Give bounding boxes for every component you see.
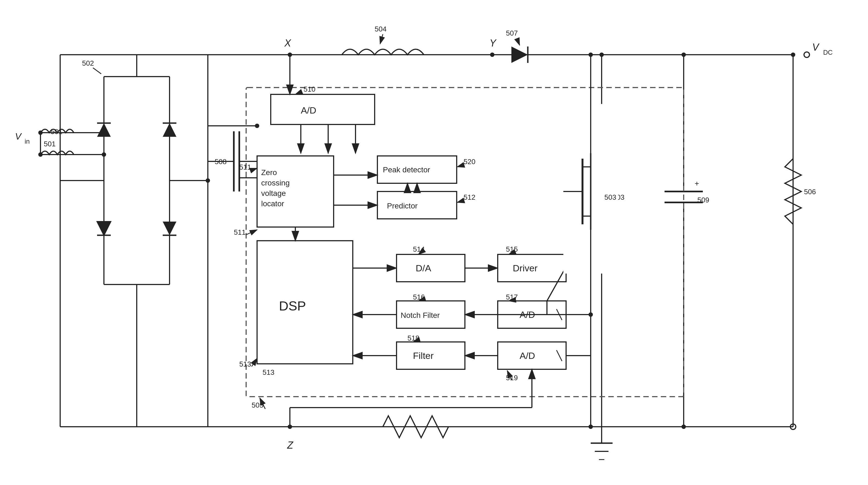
- ref-514: 514: [413, 245, 425, 253]
- svg-point-169: [589, 53, 593, 57]
- svg-text:in: in: [25, 138, 30, 145]
- ref-507: 507: [506, 29, 518, 37]
- ref-513: 513: [262, 368, 274, 376]
- driver-label: Driver: [513, 263, 538, 273]
- node-z-label: Z: [287, 439, 293, 451]
- svg-text:crossing: crossing: [261, 179, 289, 187]
- notch-filter-label: Notch Filter: [401, 311, 440, 320]
- svg-point-53: [102, 130, 106, 135]
- node-x-label: X: [284, 37, 291, 49]
- ref-513-label: 513: [239, 360, 251, 368]
- svg-text:+: +: [694, 179, 699, 188]
- ad-510-label: A/D: [301, 105, 316, 116]
- ref-501-callout: 501: [51, 127, 62, 136]
- predictor-label: Predictor: [387, 202, 417, 210]
- ref-504: 504: [375, 25, 386, 33]
- svg-rect-30: [82, 68, 191, 287]
- svg-text:voltage: voltage: [261, 189, 286, 198]
- ref-520: 520: [464, 157, 475, 166]
- zero-crossing-label: Zero: [261, 168, 277, 177]
- node-y-label: Y: [490, 37, 497, 49]
- ref-518: 518: [407, 334, 419, 342]
- ref-512: 512: [464, 193, 475, 201]
- vdc-label: V: [812, 41, 819, 53]
- svg-text:locator: locator: [261, 200, 284, 208]
- ref-510: 510: [304, 85, 315, 93]
- diagram-container: V in 501: [0, 0, 868, 485]
- ref-509: 509: [698, 196, 709, 204]
- ad-519-label: A/D: [520, 351, 535, 361]
- ref-511-label: 511: [234, 228, 246, 236]
- ref-503-clean: 503: [604, 193, 616, 201]
- ref-506: 506: [804, 188, 816, 196]
- svg-point-94: [599, 53, 604, 57]
- filter-label: Filter: [413, 351, 434, 361]
- ref-517: 517: [506, 293, 518, 301]
- svg-point-55: [102, 152, 106, 157]
- dsp-label: DSP: [279, 299, 306, 313]
- svg-point-180: [255, 124, 259, 128]
- svg-point-72: [791, 53, 795, 57]
- ref-515: 515: [506, 245, 518, 253]
- ref-502: 502: [82, 59, 94, 67]
- peak-detector-label: Peak detector: [383, 165, 430, 174]
- svg-text:DC: DC: [823, 49, 833, 56]
- svg-rect-106: [271, 94, 375, 124]
- svg-point-176: [589, 425, 593, 429]
- vin-label: V: [15, 131, 22, 142]
- ref-519: 519: [506, 374, 518, 382]
- svg-point-83: [681, 425, 686, 429]
- ref-511: 511: [239, 163, 251, 171]
- ref-501: 501: [44, 140, 56, 148]
- ref-516: 516: [413, 293, 425, 301]
- svg-point-81: [681, 53, 686, 57]
- da-label: D/A: [416, 263, 431, 273]
- svg-point-57: [206, 178, 210, 183]
